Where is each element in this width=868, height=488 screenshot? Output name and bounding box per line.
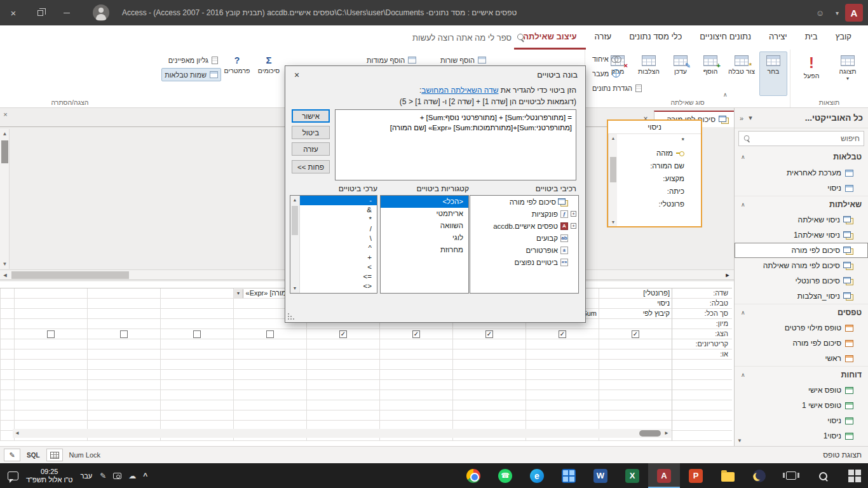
- expression-categories-list[interactable]: <הכל> אריתמטי השוואה לוגי מחרוזת: [380, 195, 469, 294]
- value-item-selected[interactable]: -: [300, 196, 377, 205]
- grid-cell[interactable]: [14, 329, 87, 339]
- taskbar-app-powerpoint[interactable]: P: [680, 463, 712, 488]
- grid-cell[interactable]: [599, 319, 672, 329]
- grid-cell[interactable]: [14, 390, 87, 400]
- datasheet-view-button[interactable]: [46, 449, 63, 461]
- grid-cell[interactable]: [599, 360, 672, 370]
- grid-cell[interactable]: [599, 380, 672, 390]
- nav-item-report[interactable]: ניסוי: [735, 413, 868, 428]
- scroll-up-icon[interactable]: ▲: [609, 134, 618, 142]
- show-checkbox[interactable]: [339, 330, 347, 338]
- show-checkbox[interactable]: [193, 330, 201, 338]
- calculated-field-link[interactable]: שדה השאילתה המחושב: [421, 86, 498, 95]
- pass-through-button[interactable]: מעבר: [589, 67, 623, 80]
- grid-cell[interactable]: [160, 400, 233, 410]
- field-list-item[interactable]: מקצוע:: [608, 172, 701, 185]
- collapse-ribbon-icon[interactable]: ∧: [723, 92, 728, 98]
- grid-cell[interactable]: [306, 390, 379, 400]
- grid-cell[interactable]: [452, 410, 526, 421]
- scrollbar-thumb[interactable]: [610, 157, 616, 182]
- grid-cell[interactable]: [14, 319, 87, 329]
- close-window-button[interactable]: ×: [0, 0, 27, 25]
- grid-cell[interactable]: [233, 360, 306, 370]
- grid-cell[interactable]: [14, 400, 87, 410]
- grid-cell[interactable]: [233, 400, 306, 410]
- design-view-button[interactable]: ✎: [4, 449, 20, 461]
- expression-element[interactable]: +סיכום לפי מורה: [470, 196, 578, 208]
- grid-cell[interactable]: [87, 329, 160, 339]
- scroll-left-icon[interactable]: ◄: [0, 270, 10, 280]
- scroll-down-icon[interactable]: ▼: [290, 284, 299, 293]
- grid-cell[interactable]: [306, 400, 379, 410]
- restore-window-button[interactable]: [27, 0, 53, 25]
- grid-cell[interactable]: [87, 380, 160, 390]
- show-checkbox[interactable]: [120, 330, 128, 338]
- scrollbar-thumb[interactable]: [292, 206, 298, 235]
- grid-cell[interactable]: [599, 410, 672, 421]
- grid-cell[interactable]: [379, 339, 452, 349]
- grid-cell[interactable]: [306, 380, 379, 390]
- expression-element[interactable]: +Aטפסים אישיים.accdb: [470, 220, 578, 232]
- taskbar-app-excel[interactable]: X: [616, 463, 648, 488]
- parameters-button[interactable]: ? פרמטרים: [222, 51, 252, 96]
- scrollbar-thumb[interactable]: [11, 271, 129, 279]
- nav-item-report[interactable]: טופס אישי: [735, 383, 868, 398]
- select-query-button[interactable]: בחר: [759, 51, 787, 96]
- nav-section-queries[interactable]: שאילתות∧: [735, 196, 868, 212]
- value-item[interactable]: *: [300, 215, 377, 224]
- scroll-right-icon[interactable]: ►: [722, 270, 733, 280]
- grid-cell[interactable]: [160, 309, 233, 319]
- close-icon[interactable]: ×: [1, 111, 10, 119]
- grid-cell[interactable]: [599, 400, 672, 410]
- grid-cell[interactable]: [379, 360, 452, 370]
- grid-cell[interactable]: [379, 400, 452, 410]
- grid-cell[interactable]: [526, 370, 599, 380]
- show-checkbox[interactable]: [412, 330, 420, 338]
- grid-cell[interactable]: [87, 288, 160, 299]
- grid-cell[interactable]: [160, 299, 233, 309]
- grid-cell[interactable]: [526, 380, 599, 390]
- nav-item-query[interactable]: סיכום פרונטלי: [735, 273, 868, 288]
- grid-cell[interactable]: [379, 349, 452, 360]
- grid-cell[interactable]: [306, 360, 379, 370]
- field-list-item[interactable]: פרונטלי:: [608, 198, 701, 210]
- grid-cell[interactable]: [452, 339, 526, 349]
- grid-cell[interactable]: [452, 349, 526, 360]
- value-item[interactable]: +: [300, 253, 377, 262]
- dialog-title-bar[interactable]: בונה ביטויים ×: [285, 66, 585, 84]
- feedback-smiley-icon[interactable]: ☺: [816, 8, 824, 18]
- taskbar-app-file-explorer[interactable]: [712, 463, 743, 488]
- category-item[interactable]: לוגי: [381, 232, 468, 244]
- show-checkbox[interactable]: [559, 330, 566, 338]
- scroll-up-icon[interactable]: ▲: [0, 129, 10, 139]
- grid-cell[interactable]: [87, 410, 160, 421]
- tab-external-data[interactable]: נתונים חיצוניים: [691, 25, 760, 50]
- grid-cell[interactable]: [14, 370, 87, 380]
- nav-section-tables[interactable]: טבלאות∧: [735, 149, 868, 165]
- sql-view-button[interactable]: SQL: [27, 452, 40, 459]
- show-checkbox[interactable]: [47, 330, 55, 338]
- grid-horizontal-scrollbar[interactable]: ◄ ►: [13, 429, 671, 438]
- nav-item-query[interactable]: ניסוי_הצלבות: [735, 288, 868, 304]
- grid-cell[interactable]: [526, 360, 599, 370]
- grid-cell[interactable]: [452, 360, 526, 370]
- navigation-pane-header[interactable]: כל האובייקטי... ▾ «: [735, 108, 868, 128]
- value-item[interactable]: >: [300, 262, 377, 272]
- grid-cell[interactable]: [233, 370, 306, 380]
- scroll-right-icon[interactable]: ►: [662, 429, 671, 438]
- show-checkbox[interactable]: [632, 330, 639, 338]
- value-item[interactable]: =>: [300, 272, 377, 281]
- ok-button[interactable]: אישור: [292, 109, 330, 123]
- category-item-selected[interactable]: <הכל>: [381, 196, 468, 208]
- taskbar-app-tiles[interactable]: [553, 463, 585, 488]
- nav-section-forms[interactable]: טפסים∧: [735, 304, 868, 320]
- grid-cell[interactable]: [526, 329, 599, 339]
- grid-cell[interactable]: [14, 410, 87, 421]
- close-dialog-button[interactable]: ×: [285, 66, 308, 84]
- taskbar-app-edge[interactable]: e: [521, 463, 553, 488]
- tab-help[interactable]: עזרה: [586, 25, 621, 50]
- grid-cell[interactable]: [87, 319, 160, 329]
- grid-cell[interactable]: [233, 390, 306, 400]
- totals-button[interactable]: Σ סיכומים: [254, 51, 283, 96]
- nav-item-form[interactable]: סיכום לפי מורה: [735, 336, 868, 351]
